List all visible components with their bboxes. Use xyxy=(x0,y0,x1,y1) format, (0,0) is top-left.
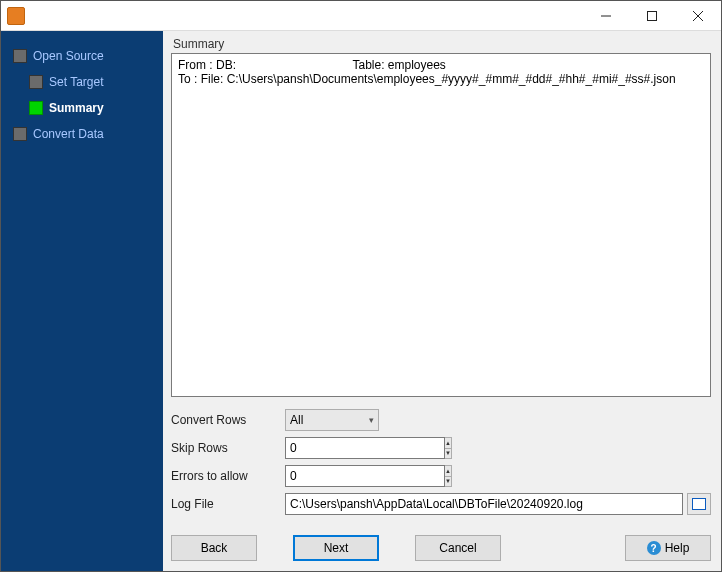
wizard-button-bar: Back Next Cancel ? Help xyxy=(171,535,711,561)
step-indicator-icon xyxy=(29,75,43,89)
step-indicator-icon xyxy=(13,49,27,63)
stepper-down-icon[interactable]: ▼ xyxy=(445,477,451,487)
step-summary[interactable]: Summary xyxy=(1,95,163,121)
stepper-down-icon[interactable]: ▼ xyxy=(445,449,451,459)
svg-rect-1 xyxy=(648,11,657,20)
log-file-input[interactable] xyxy=(285,493,683,515)
skip-rows-stepper[interactable]: ▲ ▼ xyxy=(285,437,379,459)
log-file-label: Log File xyxy=(171,497,285,511)
content-panel: Summary From : DB: Table: employees To :… xyxy=(163,31,721,571)
close-button[interactable] xyxy=(675,1,721,30)
errors-allow-label: Errors to allow xyxy=(171,469,285,483)
convert-rows-select[interactable]: All ▾ xyxy=(285,409,379,431)
step-label: Convert Data xyxy=(33,127,104,141)
errors-allow-stepper[interactable]: ▲ ▼ xyxy=(285,465,379,487)
errors-allow-input[interactable] xyxy=(285,465,445,487)
browse-log-file-button[interactable] xyxy=(687,493,711,515)
step-label: Open Source xyxy=(33,49,104,63)
skip-rows-input[interactable] xyxy=(285,437,445,459)
back-button[interactable]: Back xyxy=(171,535,257,561)
step-open-source[interactable]: Open Source xyxy=(1,43,163,69)
step-label: Set Target xyxy=(49,75,103,89)
step-convert-data[interactable]: Convert Data xyxy=(1,121,163,147)
section-title: Summary xyxy=(171,37,711,51)
select-value: All xyxy=(290,413,303,427)
stepper-up-icon[interactable]: ▲ xyxy=(445,466,451,477)
step-set-target[interactable]: Set Target xyxy=(1,69,163,95)
document-icon xyxy=(692,498,706,510)
stepper-up-icon[interactable]: ▲ xyxy=(445,438,451,449)
step-indicator-icon xyxy=(13,127,27,141)
maximize-button[interactable] xyxy=(629,1,675,30)
wizard-steps-sidebar: Open Source Set Target Summary Convert D… xyxy=(1,31,163,571)
next-button[interactable]: Next xyxy=(293,535,379,561)
cancel-button[interactable]: Cancel xyxy=(415,535,501,561)
step-indicator-icon xyxy=(29,101,43,115)
options-form: Convert Rows All ▾ Skip Rows ▲ ▼ Errors … xyxy=(171,409,711,521)
step-label: Summary xyxy=(49,101,104,115)
titlebar xyxy=(1,1,721,31)
chevron-down-icon: ▾ xyxy=(369,415,374,425)
help-icon: ? xyxy=(647,541,661,555)
skip-rows-label: Skip Rows xyxy=(171,441,285,455)
app-icon xyxy=(7,7,25,25)
convert-rows-label: Convert Rows xyxy=(171,413,285,427)
summary-textarea[interactable]: From : DB: Table: employees To : File: C… xyxy=(171,53,711,397)
help-button[interactable]: ? Help xyxy=(625,535,711,561)
help-label: Help xyxy=(665,541,690,555)
minimize-button[interactable] xyxy=(583,1,629,30)
